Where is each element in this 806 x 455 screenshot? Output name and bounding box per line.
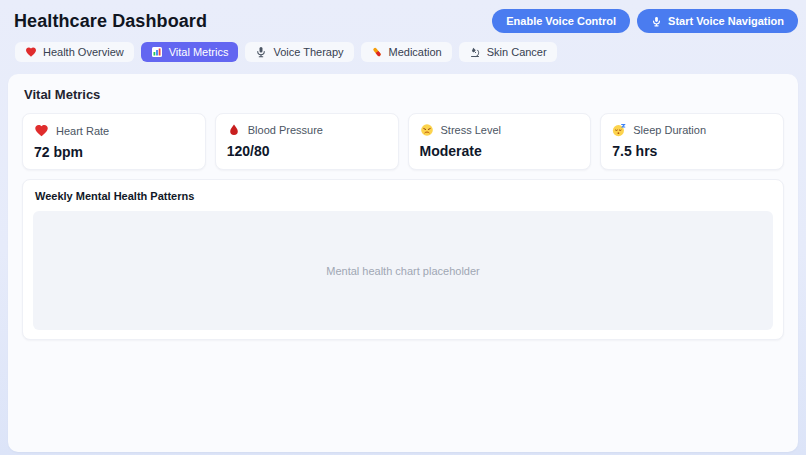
tab-label: Health Overview	[43, 46, 124, 58]
placeholder-text: Mental health chart placeholder	[326, 265, 479, 277]
vital-metrics-panel: Vital Metrics Heart Rate 72 bpm Blood Pr…	[8, 74, 798, 452]
tab-label: Voice Therapy	[273, 46, 343, 58]
enable-voice-control-label: Enable Voice Control	[506, 15, 616, 27]
metric-label: Stress Level	[441, 124, 502, 136]
header: Healthcare Dashboard Enable Voice Contro…	[0, 0, 806, 33]
enable-voice-control-button[interactable]: Enable Voice Control	[492, 9, 630, 33]
blood-pressure-card: Blood Pressure 120/80	[215, 113, 399, 170]
pill-icon	[371, 46, 383, 58]
chart-section-title: Weekly Mental Health Patterns	[35, 190, 773, 202]
start-voice-navigation-button[interactable]: Start Voice Navigation	[637, 9, 798, 33]
tab-vital-metrics[interactable]: Vital Metrics	[141, 42, 239, 62]
heart-rate-card: Heart Rate 72 bpm	[22, 113, 206, 170]
metric-cards: Heart Rate 72 bpm Blood Pressure 120/80	[22, 113, 784, 170]
tab-bar: Health Overview Vital Metrics Voice Ther…	[0, 33, 806, 62]
tab-medication[interactable]: Medication	[361, 42, 452, 62]
tab-voice-therapy[interactable]: Voice Therapy	[245, 42, 353, 62]
mental-health-chart-card: Weekly Mental Health Patterns Mental hea…	[22, 179, 784, 340]
heart-icon	[25, 46, 37, 58]
tab-label: Skin Cancer	[487, 46, 547, 58]
sleep-duration-card: Sleep Duration 7.5 hrs	[600, 113, 784, 170]
tab-label: Vital Metrics	[169, 46, 229, 58]
tab-health-overview[interactable]: Health Overview	[15, 42, 134, 62]
blood-drop-icon	[227, 123, 241, 137]
metric-value: 72 bpm	[34, 144, 194, 160]
metric-value: 7.5 hrs	[612, 143, 772, 159]
metric-label: Sleep Duration	[633, 124, 706, 136]
microscope-icon	[469, 46, 481, 58]
bar-chart-icon	[151, 46, 163, 58]
tab-skin-cancer[interactable]: Skin Cancer	[459, 42, 557, 62]
metric-value: 120/80	[227, 143, 387, 159]
section-title: Vital Metrics	[24, 87, 784, 102]
microphone-icon	[255, 46, 267, 58]
start-voice-navigation-label: Start Voice Navigation	[668, 15, 784, 27]
sleeping-face-icon	[612, 123, 626, 137]
mental-health-chart-placeholder: Mental health chart placeholder	[33, 211, 773, 330]
metric-label: Heart Rate	[56, 125, 109, 137]
metric-label: Blood Pressure	[248, 124, 323, 136]
microphone-icon	[651, 16, 662, 27]
stress-level-card: Stress Level Moderate	[408, 113, 592, 170]
stressed-face-icon	[420, 123, 434, 137]
page-title: Healthcare Dashboard	[14, 11, 207, 32]
header-actions: Enable Voice Control Start Voice Navigat…	[492, 9, 798, 33]
heart-icon	[34, 123, 49, 138]
tab-label: Medication	[389, 46, 442, 58]
metric-value: Moderate	[420, 143, 580, 159]
